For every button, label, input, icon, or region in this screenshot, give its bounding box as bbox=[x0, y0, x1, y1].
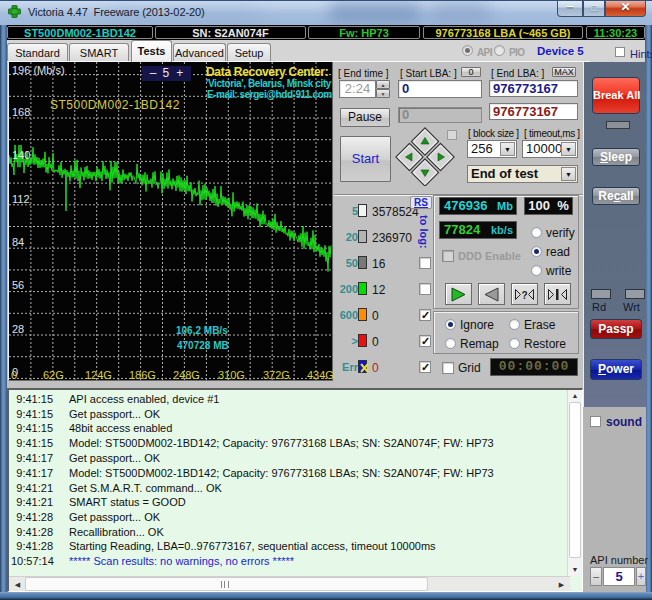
svg-text:?: ? bbox=[522, 290, 528, 301]
